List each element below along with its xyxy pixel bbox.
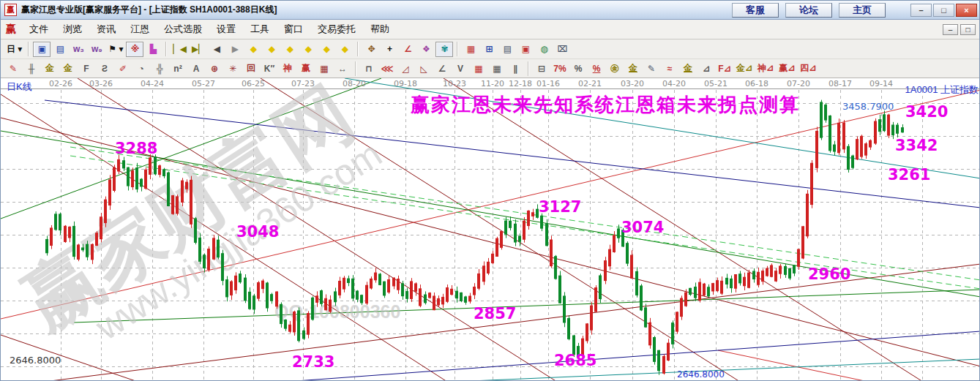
menu-item-江恩[interactable]: 江恩 bbox=[123, 20, 157, 39]
close-button[interactable]: × bbox=[956, 4, 977, 17]
minimize-button[interactable]: – bbox=[910, 4, 932, 17]
customer-service-button[interactable]: 客服 bbox=[732, 3, 779, 18]
square-of-nine-button[interactable]: 回 bbox=[242, 61, 260, 76]
date-tick-02-26: 02-26 bbox=[44, 79, 78, 88]
net-sync-button[interactable]: ◍ bbox=[535, 42, 553, 57]
child-restore-button[interactable]: □ bbox=[960, 24, 976, 35]
trend-angle-button[interactable]: ∠ bbox=[433, 61, 451, 76]
period-candle-button[interactable]: 日 ▾ bbox=[4, 42, 24, 57]
shen-tool-button[interactable]: 神 bbox=[279, 61, 296, 76]
info-panel-button[interactable]: ▤ bbox=[51, 42, 69, 57]
ruler-123-button[interactable]: ▦ bbox=[315, 61, 333, 76]
percent-7-button[interactable]: 7% bbox=[551, 61, 569, 76]
t-square-button[interactable]: ⊓ bbox=[360, 61, 378, 76]
span-measure-button[interactable]: ↔ bbox=[334, 61, 351, 76]
menu-item-公式选股[interactable]: 公式选股 bbox=[157, 20, 209, 39]
calendar-button[interactable]: ▦ bbox=[462, 42, 479, 57]
angle-gold-button[interactable]: 金⊿ bbox=[734, 61, 755, 76]
diamond-expand-button[interactable]: ◆ bbox=[299, 42, 317, 57]
menu-item-交易委托[interactable]: 交易委托 bbox=[310, 20, 363, 39]
pivot-label-3048: 3048 bbox=[236, 223, 279, 241]
golden-box-button[interactable]: 金 bbox=[59, 61, 77, 76]
gann-box-button[interactable]: ❖ bbox=[417, 42, 435, 57]
percent-line-button[interactable]: % bbox=[588, 61, 605, 76]
pivot-label-3420: 3420 bbox=[905, 103, 948, 121]
menu-item-帮助[interactable]: 帮助 bbox=[363, 20, 397, 39]
indicator-chart-button[interactable]: ▙ bbox=[144, 42, 162, 57]
k-mark-button[interactable]: K″ bbox=[261, 61, 278, 76]
menu-item-设置[interactable]: 设置 bbox=[209, 20, 243, 39]
n-square-button[interactable]: n² bbox=[169, 61, 187, 76]
pen-flag-button[interactable]: ✎ bbox=[643, 61, 660, 76]
next-button[interactable]: ▶ bbox=[226, 42, 244, 57]
parallel-lines-button[interactable]: ∥ bbox=[506, 61, 524, 76]
toolbar-gann-tools: ✎╫金金FƧ✐◔╬n²A⊕✳回K″神赢▦↔⊓⋘◿◺∠V▦▦∥⊟7%%%㊎金✎≈金… bbox=[1, 59, 979, 78]
wave-band-button[interactable]: ≈ bbox=[661, 61, 678, 76]
box-fan-button[interactable]: ◺ bbox=[415, 61, 433, 76]
angle-j-button[interactable]: ⊿ bbox=[697, 61, 715, 76]
toolbar-separator bbox=[355, 61, 356, 76]
angle-shen-button[interactable]: 神⊿ bbox=[755, 61, 776, 76]
date-tick-04-24: 04-24 bbox=[135, 79, 169, 88]
notes-button[interactable]: ▤ bbox=[498, 42, 516, 57]
smart-brain-button[interactable]: ✾ bbox=[435, 42, 453, 57]
first-page-button[interactable]: ▏◀ bbox=[171, 42, 188, 57]
price-scale-button[interactable]: ⊟ bbox=[533, 61, 550, 76]
remote-pc-button[interactable]: ⌧ bbox=[553, 42, 571, 57]
golden-circle-button[interactable]: ㊎ bbox=[606, 61, 624, 76]
save-button[interactable]: ▣ bbox=[517, 42, 534, 57]
fan-box-button[interactable]: ◿ bbox=[397, 61, 414, 76]
time-cycle-button[interactable]: ◔ bbox=[132, 61, 150, 76]
menu-item-工具[interactable]: 工具 bbox=[243, 20, 277, 39]
angle-f-button[interactable]: F⊿ bbox=[716, 61, 733, 76]
time-grid-button[interactable]: ╫ bbox=[23, 61, 40, 76]
golden-line-button[interactable]: 金 bbox=[624, 61, 642, 76]
gann-tool-button[interactable]: ※ bbox=[126, 42, 143, 57]
pivot-label-3261: 3261 bbox=[888, 166, 930, 184]
gann-compass-button[interactable]: ⊕ bbox=[206, 61, 223, 76]
diamond-compress-button[interactable]: ◆ bbox=[318, 42, 335, 57]
menu-item-文件[interactable]: 文件 bbox=[22, 20, 56, 39]
zigzag-button[interactable]: V bbox=[452, 61, 469, 76]
menu-item-资讯[interactable]: 资讯 bbox=[89, 20, 123, 39]
grid-box-button[interactable]: ▦ bbox=[488, 61, 506, 76]
child-minimize-button[interactable]: – bbox=[943, 24, 958, 35]
prev-button[interactable]: ◀ bbox=[208, 42, 225, 57]
diamond-left-button[interactable]: ◆ bbox=[244, 42, 262, 57]
chart-canvas[interactable] bbox=[1, 78, 980, 381]
ying-tool-button[interactable]: 赢 bbox=[297, 61, 315, 76]
wave-3-button[interactable]: w₃ bbox=[70, 42, 87, 57]
menu-item-窗口[interactable]: 窗口 bbox=[277, 20, 310, 39]
angle-ying-button[interactable]: 赢⊿ bbox=[777, 61, 797, 76]
diamond-right-button[interactable]: ◆ bbox=[263, 42, 280, 57]
angle-a-button[interactable]: A bbox=[187, 61, 205, 76]
golden-section-button[interactable]: 金 bbox=[41, 61, 59, 76]
last-page-button[interactable]: ▶▏ bbox=[190, 42, 207, 57]
calculator-button[interactable]: ⊞ bbox=[480, 42, 498, 57]
date-tick-07-20: 07-20 bbox=[782, 79, 815, 88]
forum-button[interactable]: 论坛 bbox=[785, 3, 832, 18]
hand-pan-button[interactable]: ✥ bbox=[362, 42, 380, 57]
fan-lines-button[interactable]: ⋘ bbox=[378, 61, 396, 76]
price-grid-button[interactable]: ╬ bbox=[151, 61, 168, 76]
fibonacci-button[interactable]: F bbox=[78, 61, 95, 76]
zoom-region-button[interactable]: ▣ bbox=[33, 42, 51, 57]
menu-item-浏览[interactable]: 浏览 bbox=[56, 20, 89, 39]
angle-si-button[interactable]: 四⊿ bbox=[798, 61, 818, 76]
gann-wheel-button[interactable]: ✳ bbox=[224, 61, 242, 76]
spiral-button[interactable]: Ƨ bbox=[96, 61, 113, 76]
draw-line-button[interactable]: ✐ bbox=[114, 61, 132, 76]
diamond-hspan-button[interactable]: ◆ bbox=[281, 42, 299, 57]
percent-button[interactable]: % bbox=[569, 61, 587, 76]
restore-button[interactable]: □ bbox=[933, 4, 954, 17]
angle-measure-button[interactable]: ∠ bbox=[399, 42, 416, 57]
red-grid-button[interactable]: ▦ bbox=[470, 61, 487, 76]
draw-brush-button[interactable]: ✎ bbox=[4, 61, 22, 76]
golden-underline-button[interactable]: 金 bbox=[679, 61, 697, 76]
crosshair-button[interactable]: + bbox=[381, 42, 398, 57]
flag-marker-button[interactable]: ⚑ ▾ bbox=[106, 42, 125, 57]
date-tick-08-17: 08-17 bbox=[823, 79, 857, 88]
diamond-all-button[interactable]: ◆ bbox=[336, 42, 354, 57]
wave-9-button[interactable]: w₉ bbox=[88, 42, 105, 57]
home-button[interactable]: 主页 bbox=[839, 3, 886, 18]
